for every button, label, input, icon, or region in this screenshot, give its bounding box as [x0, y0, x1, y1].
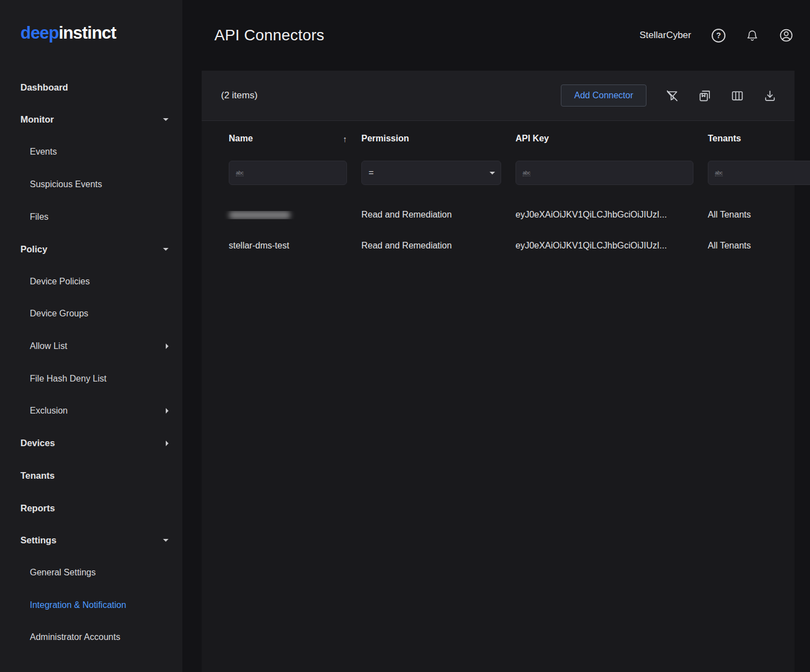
app-root: deepinstinct Dashboard Monitor Events Su… [0, 0, 810, 672]
sidebar-item-policy[interactable]: Policy [0, 233, 182, 266]
sidebar-item-label: File Hash Deny List [30, 374, 107, 384]
columns-icon [730, 89, 744, 103]
cell-name: stellar-dms-test [221, 241, 354, 251]
chevron-right-icon [166, 343, 169, 349]
export-button[interactable] [763, 89, 777, 103]
text-filter-icon: abc [523, 170, 530, 176]
table-body: Read and Remediation eyJ0eXAiOiJKV1QiLCJ… [202, 189, 795, 261]
sidebar-item-device-policies[interactable]: Device Policies [0, 266, 182, 298]
table-filter-row: abc = abc abc [202, 156, 795, 189]
table-toolbar: (2 items) Add Connector [202, 71, 795, 121]
tenants-filter-input[interactable] [728, 168, 810, 178]
add-connector-button[interactable]: Add Connector [561, 84, 646, 107]
sidebar-item-label: Device Groups [30, 309, 88, 319]
top-bar-actions: StellarCyber ? [639, 28, 793, 43]
sidebar-item-dashboard[interactable]: Dashboard [0, 71, 182, 104]
permission-filter-dropdown[interactable]: = [361, 161, 501, 185]
table-row[interactable]: stellar-dms-test Read and Remediation ey… [202, 230, 795, 261]
sort-ascending-icon: ↑ [343, 134, 348, 144]
column-header-tenants[interactable]: Tenants [700, 134, 787, 144]
cell-tenants: All Tenants [700, 210, 787, 220]
api-key-filter-cell: abc [508, 161, 700, 185]
sidebar-item-label: Tenants [20, 470, 55, 481]
cell-tenants: All Tenants [700, 241, 787, 251]
help-button[interactable]: ? [712, 29, 725, 43]
tenant-name: StellarCyber [639, 30, 691, 41]
sidebar-nav: Dashboard Monitor Events Suspicious Even… [0, 71, 182, 654]
name-filter[interactable]: abc [229, 161, 347, 185]
column-header-name[interactable]: Name ↑ [221, 134, 354, 144]
table-header-row: Name ↑ Permission API Key Tenants [202, 121, 795, 156]
top-bar: API Connectors StellarCyber ? [182, 0, 810, 71]
api-connectors-panel: (2 items) Add Connector [202, 71, 795, 672]
table-row[interactable]: Read and Remediation eyJ0eXAiOiJKV1QiLCJ… [202, 199, 795, 230]
items-count: (2 items) [221, 90, 257, 101]
tenants-filter[interactable]: abc [708, 161, 810, 185]
sidebar-item-device-groups[interactable]: Device Groups [0, 298, 182, 330]
sidebar-item-monitor[interactable]: Monitor [0, 104, 182, 136]
sidebar-item-devices[interactable]: Devices [0, 427, 182, 460]
api-key-filter-input[interactable] [535, 168, 687, 178]
redacted-name [229, 211, 291, 219]
sidebar-item-suspicious-events[interactable]: Suspicious Events [0, 168, 182, 201]
sidebar-item-label: Device Policies [30, 277, 90, 287]
equals-operator-icon: = [369, 168, 374, 178]
api-key-filter[interactable]: abc [516, 161, 693, 185]
cell-api-key: eyJ0eXAiOiJKV1QiLCJhbGciOiJIUzI... [508, 241, 700, 251]
account-icon [779, 28, 793, 43]
sidebar-item-exclusion[interactable]: Exclusion [0, 395, 182, 427]
sidebar-item-administrator-accounts[interactable]: Administrator Accounts [0, 621, 182, 654]
sidebar-item-label: Devices [20, 438, 55, 448]
sidebar-item-integration-notification[interactable]: Integration & Notification [0, 589, 182, 622]
account-button[interactable] [779, 28, 793, 43]
name-filter-input[interactable] [249, 168, 341, 178]
clear-filters-button[interactable] [665, 89, 679, 103]
sidebar-item-label: Exclusion [30, 406, 67, 416]
column-header-label: Tenants [708, 134, 741, 144]
column-header-label: API Key [516, 134, 549, 144]
logo-text-deep: deep [20, 23, 59, 43]
toolbar-actions: Add Connector [561, 84, 777, 107]
sidebar-item-label: Integration & Notification [30, 600, 126, 610]
sidebar-item-reports[interactable]: Reports [0, 492, 182, 525]
sidebar-item-label: Suspicious Events [30, 179, 102, 189]
filter-off-icon [665, 89, 679, 103]
sidebar-item-label: Administrator Accounts [30, 632, 120, 642]
sidebar-item-allow-list[interactable]: Allow List [0, 330, 182, 363]
sidebar-item-files[interactable]: Files [0, 200, 182, 233]
help-icon: ? [712, 29, 725, 43]
column-header-label: Permission [361, 134, 409, 144]
sidebar-item-label: Files [30, 212, 49, 222]
columns-button[interactable] [730, 89, 744, 103]
logo-text-instinct: instinct [59, 23, 116, 43]
column-header-label: Name [229, 134, 253, 144]
sidebar-item-events[interactable]: Events [0, 136, 182, 168]
sidebar-item-general-settings[interactable]: General Settings [0, 557, 182, 589]
chevron-right-icon [166, 408, 169, 414]
sidebar-item-label: Events [30, 147, 57, 157]
cell-permission: Read and Remediation [354, 210, 508, 220]
sidebar-item-label: Monitor [20, 114, 54, 125]
sidebar-item-label: Policy [20, 244, 48, 255]
sidebar-item-settings[interactable]: Settings [0, 524, 182, 557]
sidebar-item-label: Allow List [30, 341, 67, 351]
sidebar-item-label: Settings [20, 535, 56, 546]
chevron-down-icon [163, 248, 169, 251]
sidebar-item-label: General Settings [30, 568, 96, 578]
saved-views-button[interactable] [698, 89, 712, 103]
sidebar-item-file-hash-deny-list[interactable]: File Hash Deny List [0, 362, 182, 395]
cell-name [221, 211, 354, 219]
permission-filter-cell: = [354, 161, 508, 185]
sidebar-item-tenants[interactable]: Tenants [0, 459, 182, 492]
sidebar-item-label: Reports [20, 503, 55, 514]
saved-views-icon [698, 89, 712, 103]
chevron-down-icon [163, 539, 169, 542]
text-filter-icon: abc [715, 170, 723, 176]
column-header-api-key[interactable]: API Key [508, 134, 700, 144]
sidebar: deepinstinct Dashboard Monitor Events Su… [0, 0, 182, 672]
bell-icon [746, 29, 759, 42]
chevron-down-icon [490, 172, 495, 174]
notifications-button[interactable] [746, 29, 759, 42]
column-header-permission[interactable]: Permission [354, 134, 508, 144]
tenants-filter-cell: abc [700, 161, 810, 185]
